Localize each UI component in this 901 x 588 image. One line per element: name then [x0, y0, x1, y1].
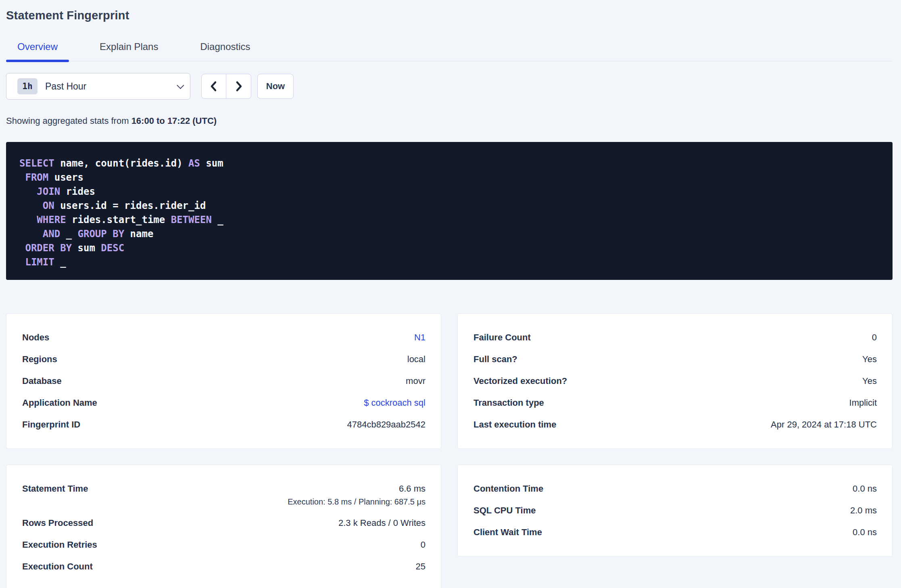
sql-cpu-time-value: 2.0 ms — [850, 505, 877, 516]
page-container: Statement Fingerprint Overview Explain P… — [6, 0, 893, 588]
tab-diagnostics[interactable]: Diagnostics — [189, 41, 261, 61]
aggregation-note-range: 16:00 to 17:22 (UTC) — [131, 116, 217, 126]
sql-identifier: rides — [60, 186, 95, 197]
sql-keyword: ORDER BY — [19, 242, 72, 254]
client-wait-time-value: 0.0 ns — [853, 527, 877, 538]
info-row-execution-retries: Execution Retries 0 — [22, 540, 425, 550]
tab-overview[interactable]: Overview — [6, 41, 69, 61]
sql-line: ORDER BY sum DESC — [19, 241, 880, 255]
now-button[interactable]: Now — [257, 74, 294, 99]
vectorized-execution-label: Vectorized execution? — [473, 376, 567, 386]
database-value: movr — [406, 376, 425, 386]
info-row-execution-count: Execution Count 25 — [22, 561, 425, 572]
regions-value: local — [407, 354, 425, 365]
sql-identifier: users.id = rides.rider_id — [54, 200, 206, 211]
last-execution-time-label: Last execution time — [473, 419, 556, 430]
info-row-regions: Regions local — [22, 354, 425, 365]
time-nav-button-group — [201, 74, 251, 99]
client-wait-time-label: Client Wait Time — [473, 527, 542, 538]
chevron-right-icon — [234, 80, 244, 92]
info-row-statement-time: Statement Time 6.6 ms Execution: 5.8 ms … — [22, 484, 425, 507]
summary-cards: Nodes N1 Regions local Database movr App… — [6, 313, 893, 588]
info-row-vectorized-execution: Vectorized execution? Yes — [473, 376, 877, 386]
sql-line: FROM users — [19, 171, 880, 185]
database-label: Database — [22, 376, 62, 386]
execution-retries-label: Execution Retries — [22, 540, 97, 550]
sql-line: WHERE rides.start_time BETWEEN _ — [19, 213, 880, 227]
time-controls: 1h Past Hour Now — [6, 73, 893, 100]
overview-details-card: Nodes N1 Regions local Database movr App… — [6, 313, 441, 449]
sql-cpu-time-label: SQL CPU Time — [473, 505, 536, 516]
sql-identifier: sum — [200, 158, 223, 169]
sql-statement-box: SELECT name, count(rides.id) AS sum FROM… — [6, 142, 893, 280]
sql-keyword: SELECT — [19, 158, 54, 169]
info-row-transaction-type: Transaction type Implicit — [473, 398, 877, 408]
execution-count-label: Execution Count — [22, 561, 93, 572]
rows-processed-label: Rows Processed — [22, 518, 93, 528]
fingerprint-id-label: Fingerprint ID — [22, 419, 80, 430]
info-row-rows-processed: Rows Processed 2.3 k Reads / 0 Writes — [22, 518, 425, 528]
application-name-label: Application Name — [22, 398, 97, 408]
sql-keyword: AS — [188, 158, 200, 169]
execution-count-value: 25 — [416, 561, 425, 572]
info-row-full-scan: Full scan? Yes — [473, 354, 877, 365]
regions-label: Regions — [22, 354, 57, 365]
sql-keyword: GROUP BY — [78, 228, 125, 240]
info-row-contention-time: Contention Time 0.0 ns — [473, 484, 877, 494]
full-scan-value: Yes — [862, 354, 877, 365]
tab-bar: Overview Explain Plans Diagnostics — [6, 41, 893, 61]
sql-line: LIMIT _ — [19, 255, 880, 269]
execution-retries-value: 0 — [421, 540, 425, 550]
info-row-nodes: Nodes N1 — [22, 332, 425, 343]
contention-time-label: Contention Time — [473, 484, 543, 494]
aggregation-note-prefix: Showing aggregated stats from — [6, 116, 131, 126]
info-row-database: Database movr — [22, 376, 425, 386]
application-name-value-link[interactable]: $ cockroach sql — [364, 398, 425, 408]
sql-keyword: WHERE — [19, 214, 66, 225]
nodes-value-link[interactable]: N1 — [414, 332, 425, 343]
failure-count-label: Failure Count — [473, 332, 531, 343]
statement-time-main: 6.6 ms — [399, 484, 425, 494]
page-title: Statement Fingerprint — [6, 0, 893, 22]
sql-line: JOIN rides — [19, 185, 880, 199]
interval-badge: 1h — [17, 78, 38, 94]
time-range-selected: 1h Past Hour — [17, 78, 86, 94]
sql-line: ON users.id = rides.rider_id — [19, 199, 880, 213]
vectorized-execution-value: Yes — [862, 376, 877, 386]
sql-line: AND _ GROUP BY name — [19, 227, 880, 241]
transaction-type-label: Transaction type — [473, 398, 544, 408]
failure-count-value: 0 — [872, 332, 877, 343]
sql-keyword: AND — [19, 228, 60, 240]
sql-identifier: name — [124, 228, 153, 240]
nodes-label: Nodes — [22, 332, 49, 343]
previous-interval-button[interactable] — [202, 74, 226, 98]
fingerprint-id-value: 4784cb829aab2542 — [347, 419, 425, 430]
sql-keyword: LIMIT — [19, 256, 54, 268]
full-scan-label: Full scan? — [473, 354, 517, 365]
info-row-failure-count: Failure Count 0 — [473, 332, 877, 343]
info-row-last-execution-time: Last execution time Apr 29, 2024 at 17:1… — [473, 419, 877, 430]
chevron-down-icon — [177, 81, 184, 89]
tab-explain-plans[interactable]: Explain Plans — [88, 41, 169, 61]
aggregation-note: Showing aggregated stats from 16:00 to 1… — [6, 116, 893, 126]
last-execution-time-value: Apr 29, 2024 at 17:18 UTC — [771, 419, 877, 430]
sql-keyword: BETWEEN — [171, 214, 212, 225]
info-row-application-name: Application Name $ cockroach sql — [22, 398, 425, 408]
next-interval-button[interactable] — [226, 74, 251, 98]
sql-keyword: FROM — [19, 172, 48, 183]
sql-identifier: rides.start_time — [66, 214, 171, 225]
sql-identifier: _ — [212, 214, 223, 225]
sql-identifier: _ — [54, 256, 66, 268]
statement-time-breakdown: Execution: 5.8 ms / Planning: 687.5 μs — [288, 497, 425, 507]
time-range-dropdown[interactable]: 1h Past Hour — [6, 73, 190, 100]
info-row-sql-cpu-time: SQL CPU Time 2.0 ms — [473, 505, 877, 516]
statement-stats-card: Statement Time 6.6 ms Execution: 5.8 ms … — [6, 465, 441, 588]
sql-identifier: _ — [60, 228, 77, 240]
time-stats-card: Contention Time 0.0 ns SQL CPU Time 2.0 … — [457, 465, 893, 557]
rows-processed-value: 2.3 k Reads / 0 Writes — [338, 518, 425, 528]
chevron-left-icon — [209, 80, 219, 92]
statement-time-label: Statement Time — [22, 484, 88, 494]
sql-line: SELECT name, count(rides.id) AS sum — [19, 156, 880, 171]
info-row-client-wait-time: Client Wait Time 0.0 ns — [473, 527, 877, 538]
transaction-type-value: Implicit — [849, 398, 877, 408]
